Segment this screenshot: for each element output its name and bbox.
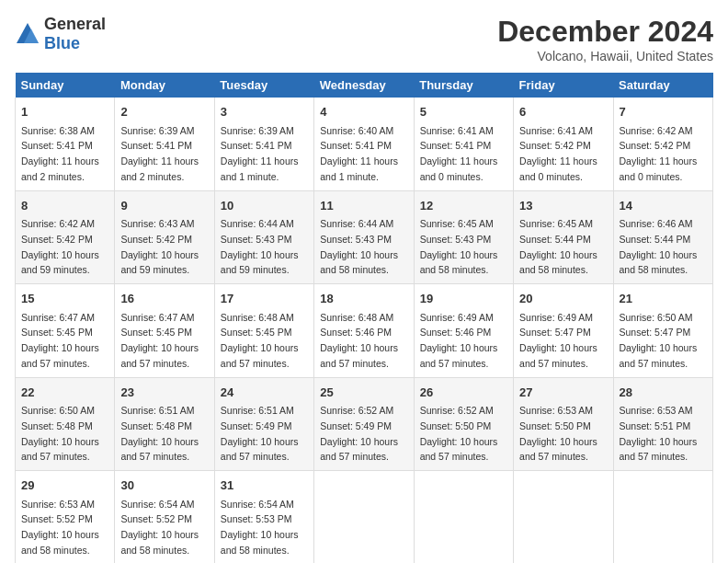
sunrise-info: Sunrise: 6:45 AMSunset: 5:44 PMDaylight:… bbox=[519, 218, 597, 275]
sunrise-info: Sunrise: 6:51 AMSunset: 5:49 PMDaylight:… bbox=[221, 405, 299, 462]
day-number: 24 bbox=[221, 384, 308, 402]
day-number: 15 bbox=[21, 290, 108, 308]
sunrise-info: Sunrise: 6:39 AMSunset: 5:41 PMDaylight:… bbox=[221, 125, 299, 182]
sunrise-info: Sunrise: 6:52 AMSunset: 5:50 PMDaylight:… bbox=[420, 405, 498, 462]
day-cell: 23 Sunrise: 6:51 AMSunset: 5:48 PMDaylig… bbox=[115, 377, 214, 471]
header: General Blue December 2024 Volcano, Hawa… bbox=[15, 15, 713, 63]
day-cell bbox=[514, 471, 613, 564]
title-area: December 2024 Volcano, Hawaii, United St… bbox=[497, 15, 713, 63]
day-cell: 11 Sunrise: 6:44 AMSunset: 5:43 PMDaylig… bbox=[314, 190, 414, 284]
calendar-table: SundayMondayTuesdayWednesdayThursdayFrid… bbox=[15, 73, 713, 563]
day-number: 18 bbox=[320, 290, 407, 308]
week-row-2: 8 Sunrise: 6:42 AMSunset: 5:42 PMDayligh… bbox=[16, 190, 713, 284]
day-number: 23 bbox=[120, 384, 208, 402]
logo-general: General bbox=[44, 15, 106, 33]
day-cell: 9 Sunrise: 6:43 AMSunset: 5:42 PMDayligh… bbox=[115, 190, 214, 284]
day-cell: 5 Sunrise: 6:41 AMSunset: 5:41 PMDayligh… bbox=[414, 98, 513, 190]
day-cell: 24 Sunrise: 6:51 AMSunset: 5:49 PMDaylig… bbox=[214, 377, 313, 471]
sunrise-info: Sunrise: 6:47 AMSunset: 5:45 PMDaylight:… bbox=[120, 312, 199, 369]
day-cell: 13 Sunrise: 6:45 AMSunset: 5:44 PMDaylig… bbox=[514, 190, 613, 284]
day-number: 4 bbox=[320, 103, 407, 121]
logo-text: General Blue bbox=[44, 15, 106, 53]
logo-icon bbox=[15, 21, 40, 47]
day-cell: 28 Sunrise: 6:53 AMSunset: 5:51 PMDaylig… bbox=[613, 377, 712, 471]
day-number: 20 bbox=[519, 290, 607, 308]
day-cell: 1 Sunrise: 6:38 AMSunset: 5:41 PMDayligh… bbox=[16, 98, 115, 190]
day-cell: 26 Sunrise: 6:52 AMSunset: 5:50 PMDaylig… bbox=[414, 377, 513, 471]
weekday-header-monday: Monday bbox=[115, 73, 214, 98]
day-cell: 7 Sunrise: 6:42 AMSunset: 5:42 PMDayligh… bbox=[613, 98, 712, 190]
day-number: 2 bbox=[120, 103, 208, 121]
sunrise-info: Sunrise: 6:50 AMSunset: 5:47 PMDaylight:… bbox=[620, 312, 698, 369]
day-cell: 27 Sunrise: 6:53 AMSunset: 5:50 PMDaylig… bbox=[514, 377, 613, 471]
weekday-header-wednesday: Wednesday bbox=[314, 73, 414, 98]
main-title: December 2024 bbox=[497, 15, 713, 49]
day-number: 1 bbox=[21, 103, 108, 121]
day-cell bbox=[414, 471, 513, 564]
day-number: 6 bbox=[519, 103, 607, 121]
day-cell: 29 Sunrise: 6:53 AMSunset: 5:52 PMDaylig… bbox=[16, 471, 115, 564]
day-cell bbox=[314, 471, 414, 564]
day-number: 29 bbox=[21, 477, 108, 495]
weekday-header-friday: Friday bbox=[514, 73, 613, 98]
sunrise-info: Sunrise: 6:51 AMSunset: 5:48 PMDaylight:… bbox=[120, 405, 199, 462]
day-cell: 18 Sunrise: 6:48 AMSunset: 5:46 PMDaylig… bbox=[314, 284, 414, 378]
weekday-header-thursday: Thursday bbox=[414, 73, 513, 98]
day-number: 13 bbox=[519, 197, 607, 215]
day-cell: 3 Sunrise: 6:39 AMSunset: 5:41 PMDayligh… bbox=[214, 98, 313, 190]
day-cell: 14 Sunrise: 6:46 AMSunset: 5:44 PMDaylig… bbox=[613, 190, 712, 284]
sunrise-info: Sunrise: 6:39 AMSunset: 5:41 PMDaylight:… bbox=[120, 125, 199, 182]
day-cell: 6 Sunrise: 6:41 AMSunset: 5:42 PMDayligh… bbox=[514, 98, 613, 190]
day-cell: 16 Sunrise: 6:47 AMSunset: 5:45 PMDaylig… bbox=[115, 284, 214, 378]
day-number: 5 bbox=[420, 103, 507, 121]
sunrise-info: Sunrise: 6:53 AMSunset: 5:52 PMDaylight:… bbox=[21, 499, 99, 556]
day-number: 17 bbox=[221, 290, 308, 308]
day-number: 7 bbox=[620, 103, 707, 121]
sunrise-info: Sunrise: 6:43 AMSunset: 5:42 PMDaylight:… bbox=[120, 218, 199, 275]
day-number: 10 bbox=[221, 197, 308, 215]
day-number: 9 bbox=[120, 197, 208, 215]
sunrise-info: Sunrise: 6:45 AMSunset: 5:43 PMDaylight:… bbox=[420, 218, 498, 275]
sunrise-info: Sunrise: 6:48 AMSunset: 5:46 PMDaylight:… bbox=[320, 312, 398, 369]
day-number: 25 bbox=[320, 384, 407, 402]
sunrise-info: Sunrise: 6:53 AMSunset: 5:50 PMDaylight:… bbox=[519, 405, 597, 462]
sunrise-info: Sunrise: 6:54 AMSunset: 5:52 PMDaylight:… bbox=[120, 499, 199, 556]
sunrise-info: Sunrise: 6:40 AMSunset: 5:41 PMDaylight:… bbox=[320, 125, 398, 182]
week-row-4: 22 Sunrise: 6:50 AMSunset: 5:48 PMDaylig… bbox=[16, 377, 713, 471]
day-number: 11 bbox=[320, 197, 407, 215]
day-number: 19 bbox=[420, 290, 507, 308]
week-row-3: 15 Sunrise: 6:47 AMSunset: 5:45 PMDaylig… bbox=[16, 284, 713, 378]
day-number: 21 bbox=[620, 290, 707, 308]
day-number: 12 bbox=[420, 197, 507, 215]
day-number: 16 bbox=[120, 290, 208, 308]
sunrise-info: Sunrise: 6:52 AMSunset: 5:49 PMDaylight:… bbox=[320, 405, 398, 462]
day-cell: 4 Sunrise: 6:40 AMSunset: 5:41 PMDayligh… bbox=[314, 98, 414, 190]
day-number: 22 bbox=[21, 384, 108, 402]
day-number: 14 bbox=[620, 197, 707, 215]
sunrise-info: Sunrise: 6:38 AMSunset: 5:41 PMDaylight:… bbox=[21, 125, 99, 182]
day-cell: 17 Sunrise: 6:48 AMSunset: 5:45 PMDaylig… bbox=[214, 284, 313, 378]
sunrise-info: Sunrise: 6:41 AMSunset: 5:42 PMDaylight:… bbox=[519, 125, 597, 182]
sunrise-info: Sunrise: 6:49 AMSunset: 5:47 PMDaylight:… bbox=[519, 312, 597, 369]
day-cell: 25 Sunrise: 6:52 AMSunset: 5:49 PMDaylig… bbox=[314, 377, 414, 471]
subtitle: Volcano, Hawaii, United States bbox=[497, 49, 713, 63]
logo-blue: Blue bbox=[44, 34, 80, 52]
day-cell: 21 Sunrise: 6:50 AMSunset: 5:47 PMDaylig… bbox=[613, 284, 712, 378]
week-row-1: 1 Sunrise: 6:38 AMSunset: 5:41 PMDayligh… bbox=[16, 98, 713, 190]
weekday-header-tuesday: Tuesday bbox=[214, 73, 313, 98]
day-cell: 19 Sunrise: 6:49 AMSunset: 5:46 PMDaylig… bbox=[414, 284, 513, 378]
sunrise-info: Sunrise: 6:44 AMSunset: 5:43 PMDaylight:… bbox=[320, 218, 398, 275]
week-row-5: 29 Sunrise: 6:53 AMSunset: 5:52 PMDaylig… bbox=[16, 471, 713, 564]
sunrise-info: Sunrise: 6:44 AMSunset: 5:43 PMDaylight:… bbox=[221, 218, 299, 275]
day-cell: 8 Sunrise: 6:42 AMSunset: 5:42 PMDayligh… bbox=[16, 190, 115, 284]
sunrise-info: Sunrise: 6:53 AMSunset: 5:51 PMDaylight:… bbox=[620, 405, 698, 462]
sunrise-info: Sunrise: 6:42 AMSunset: 5:42 PMDaylight:… bbox=[21, 218, 99, 275]
sunrise-info: Sunrise: 6:48 AMSunset: 5:45 PMDaylight:… bbox=[221, 312, 299, 369]
weekday-header-saturday: Saturday bbox=[613, 73, 712, 98]
day-cell: 12 Sunrise: 6:45 AMSunset: 5:43 PMDaylig… bbox=[414, 190, 513, 284]
day-cell: 2 Sunrise: 6:39 AMSunset: 5:41 PMDayligh… bbox=[115, 98, 214, 190]
sunrise-info: Sunrise: 6:46 AMSunset: 5:44 PMDaylight:… bbox=[620, 218, 698, 275]
day-cell: 10 Sunrise: 6:44 AMSunset: 5:43 PMDaylig… bbox=[214, 190, 313, 284]
sunrise-info: Sunrise: 6:42 AMSunset: 5:42 PMDaylight:… bbox=[620, 125, 698, 182]
day-number: 3 bbox=[221, 103, 308, 121]
